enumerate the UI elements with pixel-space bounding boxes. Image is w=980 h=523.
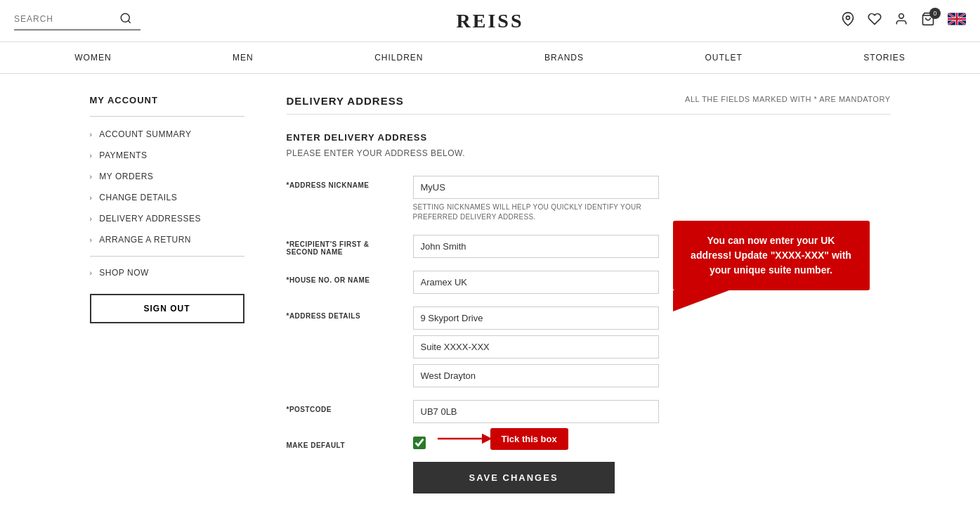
save-row: SAVE CHANGES [287, 462, 891, 493]
sidebar-item-my-orders[interactable]: › MY ORDERS [90, 166, 244, 187]
chevron-right-icon: › [90, 269, 93, 277]
sidebar-item-delivery-addresses[interactable]: › DELIVERY ADDRESSES [90, 208, 244, 229]
sign-out-button[interactable]: SIGN OUT [90, 294, 244, 323]
flag-icon[interactable] [948, 13, 966, 29]
sidebar-label-delivery-addresses: DELIVERY ADDRESSES [99, 214, 201, 224]
house-input[interactable] [413, 271, 659, 294]
recipient-field-wrap: You can now enter your UK address! Updat… [413, 235, 659, 258]
mandatory-note: ALL THE FIELDS MARKED WITH * ARE MANDATO… [685, 95, 890, 103]
form-header: DELIVERY ADDRESS ALL THE FIELDS MARKED W… [287, 95, 891, 115]
cart-count: 0 [929, 8, 941, 19]
nav-women[interactable]: WOMEN [64, 53, 122, 63]
top-icons: 0 [841, 12, 966, 30]
sidebar-label-arrange-return: ARRANGE A RETURN [99, 235, 191, 245]
sidebar-divider-mid [90, 256, 244, 257]
sidebar-label-change-details: CHANGE DETAILS [99, 193, 177, 202]
svg-point-3 [899, 14, 904, 19]
chevron-right-icon: › [90, 236, 93, 244]
nickname-field-wrap: SETTING NICKNAMES WILL HELP YOU QUICKLY … [413, 176, 659, 222]
sidebar: MY ACCOUNT › ACCOUNT SUMMARY › PAYMENTS … [90, 95, 244, 493]
house-label: *HOUSE NO. OR NAME [287, 271, 399, 284]
search-icon[interactable] [119, 12, 132, 27]
address-label: *ADDRESS DETAILS [287, 306, 399, 320]
save-changes-button[interactable]: SAVE CHANGES [413, 462, 615, 493]
nav-children[interactable]: CHILDREN [364, 53, 433, 63]
tick-arrow [434, 428, 490, 449]
nickname-input[interactable] [413, 176, 659, 199]
address-line1-input[interactable] [413, 306, 659, 330]
wishlist-icon[interactable] [868, 12, 882, 30]
make-default-row: MAKE DEFAULT Tick this box [287, 436, 891, 449]
chevron-right-icon: › [90, 131, 93, 138]
svg-point-0 [121, 13, 129, 22]
nav-outlet[interactable]: OUTLET [694, 53, 752, 63]
address-line3-input[interactable] [413, 364, 659, 387]
uk-address-tooltip: You can now enter your UK address! Updat… [673, 221, 870, 290]
svg-line-1 [128, 20, 130, 22]
chevron-right-icon: › [90, 152, 93, 160]
nickname-label: *ADDRESS NICKNAME [287, 176, 399, 189]
cart-icon[interactable]: 0 [921, 12, 935, 30]
sidebar-label-account-summary: ACCOUNT SUMMARY [99, 129, 191, 139]
nav-brands[interactable]: BRANDS [534, 53, 594, 63]
postcode-field-wrap [413, 400, 659, 423]
sidebar-item-payments[interactable]: › PAYMENTS [90, 145, 244, 166]
nickname-hint: SETTING NICKNAMES WILL HELP YOU QUICKLY … [413, 202, 659, 222]
chevron-right-icon: › [90, 215, 93, 223]
site-logo[interactable]: REISS [457, 10, 524, 32]
address-fields [413, 306, 659, 387]
postcode-label: *POSTCODE [287, 400, 399, 413]
chevron-right-icon: › [90, 173, 93, 181]
search-input[interactable] [14, 14, 119, 24]
checkbox-wrap: Tick this box [413, 437, 426, 449]
nav-men[interactable]: MEN [222, 53, 264, 63]
sidebar-item-account-summary[interactable]: › ACCOUNT SUMMARY [90, 124, 244, 145]
sidebar-label-shop-now: SHOP NOW [99, 268, 148, 278]
chevron-right-icon: › [90, 194, 93, 202]
recipient-input[interactable] [413, 235, 659, 258]
make-default-label: MAKE DEFAULT [287, 436, 399, 449]
top-bar: REISS 0 [0, 0, 980, 42]
tick-callout-bubble: Tick this box [490, 428, 568, 450]
svg-point-2 [847, 16, 850, 20]
recipient-label: *RECIPIENT'S FIRST & SECOND NAME [287, 235, 399, 256]
section-subtitle: PLEASE ENTER YOUR ADDRESS BELOW. [287, 148, 891, 158]
search-area[interactable] [14, 12, 141, 30]
house-field-wrap [413, 271, 659, 294]
address-row: *ADDRESS DETAILS [287, 306, 891, 387]
address-line2-input[interactable] [413, 335, 659, 359]
recipient-row: *RECIPIENT'S FIRST & SECOND NAME You can… [287, 235, 891, 258]
nav-stories[interactable]: STORIES [853, 53, 915, 63]
postcode-row: *POSTCODE [287, 400, 891, 423]
sidebar-title: MY ACCOUNT [90, 95, 244, 105]
nav-bar: WOMEN MEN CHILDREN BRANDS OUTLET STORIES [0, 42, 980, 74]
sidebar-label-payments: PAYMENTS [99, 150, 147, 160]
account-icon[interactable] [894, 12, 908, 30]
location-icon[interactable] [841, 12, 855, 30]
form-area: DELIVERY ADDRESS ALL THE FIELDS MARKED W… [287, 95, 891, 493]
main-content: MY ACCOUNT › ACCOUNT SUMMARY › PAYMENTS … [69, 95, 912, 493]
sidebar-item-change-details[interactable]: › CHANGE DETAILS [90, 187, 244, 208]
sidebar-item-arrange-return[interactable]: › ARRANGE A RETURN [90, 229, 244, 250]
nickname-row: *ADDRESS NICKNAME SETTING NICKNAMES WILL… [287, 176, 891, 222]
postcode-input[interactable] [413, 400, 659, 423]
make-default-checkbox[interactable] [413, 437, 426, 449]
sidebar-label-my-orders: MY ORDERS [99, 172, 153, 181]
sidebar-item-shop-now[interactable]: › SHOP NOW [90, 262, 244, 283]
sidebar-divider-top [90, 116, 244, 117]
page-title: DELIVERY ADDRESS [287, 95, 404, 107]
section-title: ENTER DELIVERY ADDRESS [287, 132, 891, 143]
